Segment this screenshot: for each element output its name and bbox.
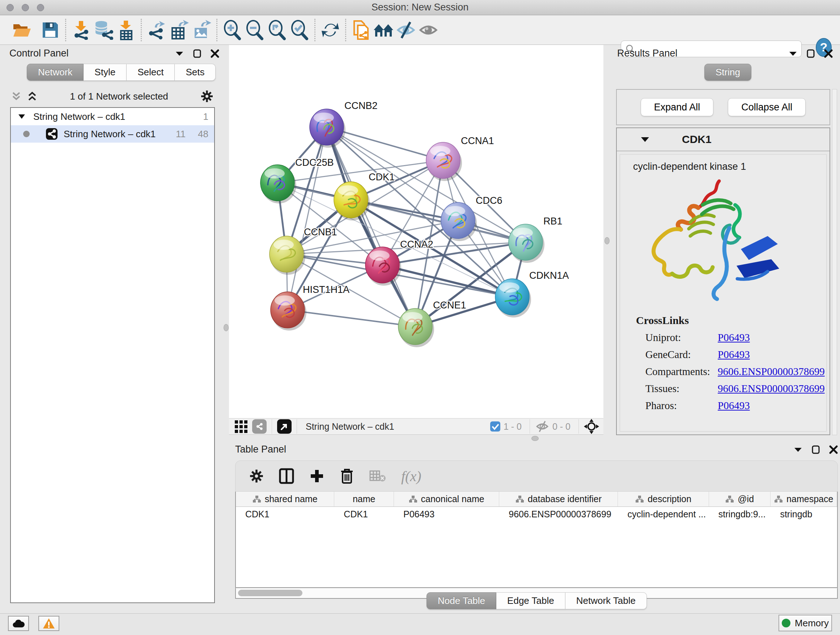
maximize-window-button[interactable] [37,4,44,11]
left-splitter-handle[interactable] [224,324,229,331]
column-header-namespace[interactable]: namespace [771,492,837,507]
string-documents-button[interactable] [350,19,372,42]
zoom-out-button[interactable] [243,19,266,42]
network-row-selected[interactable]: String Network – cdk1 11 48 [11,125,214,143]
collapse-all-button[interactable]: Collapse All [728,98,806,116]
zoom-selected-button[interactable] [288,19,311,42]
close-panel-icon[interactable] [829,445,838,454]
show-graphics-button[interactable] [417,19,439,42]
crosslink-link[interactable]: 9606.ENSP00000378699 [718,383,825,394]
table-cell[interactable]: cyclin-dependent ... [618,507,709,521]
crosslink-link[interactable]: P06493 [718,400,750,412]
save-session-button[interactable] [39,19,62,42]
export-network-button[interactable] [145,19,168,42]
table-settings-gear-icon[interactable] [249,469,264,483]
network-node-CDKN1A[interactable]: CDKN1A [495,270,569,318]
network-edge[interactable] [287,127,327,310]
warnings-button[interactable] [38,616,59,631]
network-canvas[interactable]: CCNB2CCNA1CDC25BCDK1CDC6RB1CCNB1CCNA2CDK… [229,45,603,418]
view-grid-icon[interactable] [234,420,248,433]
export-table-button[interactable] [168,19,190,42]
close-window-button[interactable] [6,4,14,11]
network-node-CCNE1[interactable]: CCNE1 [398,300,466,347]
network-options-gear-icon[interactable] [201,90,213,103]
column-header--id[interactable]: @id [709,492,771,507]
hidden-eye-icon[interactable] [535,421,549,432]
birdseye-navigator-icon[interactable] [584,419,599,434]
collapse-all-networks-icon[interactable] [27,91,38,102]
import-network-file-button[interactable] [70,19,92,42]
close-panel-icon[interactable] [824,49,833,58]
network-node-RB1[interactable]: RB1 [508,216,562,263]
import-network-database-button[interactable] [92,19,115,42]
refresh-button[interactable] [319,19,341,42]
right-splitter-handle[interactable] [605,237,609,244]
network-node-CCNA1[interactable]: CCNA1 [426,135,494,181]
zoom-fit-button[interactable] [266,19,288,42]
network-collection-row[interactable]: String Network – cdk1 1 [11,108,214,125]
string-homes-button[interactable] [372,19,395,42]
memory-button[interactable]: Memory [778,615,832,631]
add-column-icon[interactable] [309,469,325,484]
open-view-in-window-icon[interactable] [277,419,292,434]
tab-network[interactable]: Network [27,64,84,81]
section-expander-icon[interactable] [641,137,649,142]
crosslink-link[interactable]: P06493 [718,332,750,344]
import-table-file-button[interactable] [115,19,137,42]
results-scrollbar[interactable] [832,89,837,435]
table-cell[interactable]: CDK1 [236,507,334,521]
tab-edge-table[interactable]: Edge Table [496,592,565,609]
tab-network-table[interactable]: Network Table [565,592,647,609]
panel-menu-icon[interactable] [789,51,797,56]
float-panel-icon[interactable] [807,49,815,58]
table-cell[interactable]: P06493 [394,507,499,521]
column-header-canonical-name[interactable]: canonical name [394,492,499,507]
network-edge[interactable] [287,310,415,326]
expand-all-button[interactable]: Expand All [641,98,714,116]
collection-expander-icon[interactable] [18,114,25,119]
close-panel-icon[interactable] [210,49,219,58]
cloud-status-button[interactable] [8,616,29,631]
string-documents-icon [352,19,370,41]
zoom-in-button[interactable] [221,19,243,42]
delete-column-icon[interactable] [340,468,354,485]
column-header-shared-name[interactable]: shared name [236,492,334,507]
selected-checkbox-icon[interactable] [490,421,501,432]
column-header-description[interactable]: description [618,492,709,507]
network-graph[interactable]: CCNB2CCNA1CDC25BCDK1CDC6RB1CCNB1CCNA2CDK… [229,45,603,418]
crosslink-label: Compartments: [645,366,718,378]
scrollbar-thumb[interactable] [238,590,302,596]
crosslink-label: Uniprot: [645,332,718,344]
tab-node-table[interactable]: Node Table [426,592,496,609]
float-panel-icon[interactable] [193,49,201,58]
network-node-CCNB1[interactable]: CCNB1 [270,226,337,275]
split-columns-icon[interactable] [279,468,294,484]
panel-menu-icon[interactable] [794,447,802,452]
hide-graphics-button[interactable] [395,19,417,42]
table-cell[interactable]: 9606.ENSP00000378699 [499,507,618,521]
expand-all-networks-icon[interactable] [11,91,22,102]
panel-menu-icon[interactable] [175,51,184,56]
network-edge[interactable] [327,127,415,326]
column-header-name[interactable]: name [334,492,394,507]
export-image-button[interactable] [190,19,213,42]
gene-section-header[interactable]: CDK1 [617,128,829,151]
tab-sets[interactable]: Sets [175,64,216,81]
crosslink-link[interactable]: P06493 [718,348,750,361]
tab-string-results[interactable]: String [704,64,752,81]
open-session-button[interactable] [11,19,33,42]
network-node-CCNB2[interactable]: CCNB2 [309,100,378,148]
bottom-splitter-handle[interactable] [531,436,538,441]
tab-select[interactable]: Select [126,64,175,81]
table-cell[interactable]: stringdb [771,507,837,521]
column-header-database-identifier[interactable]: database identifier [499,492,618,507]
table-cell[interactable]: CDK1 [334,507,394,521]
table-row[interactable]: CDK1CDK1P064939606.ENSP00000378699cyclin… [236,507,837,521]
tab-style[interactable]: Style [84,64,126,81]
minimize-window-button[interactable] [22,4,29,11]
table-cell[interactable]: stringdb:9... [709,507,771,521]
string-view-badge-icon[interactable] [252,419,267,434]
float-panel-icon[interactable] [812,445,820,454]
network-node-HIST1H1A[interactable]: HIST1H1A [271,284,349,331]
crosslink-link[interactable]: 9606.ENSP00000378699 [718,366,825,378]
